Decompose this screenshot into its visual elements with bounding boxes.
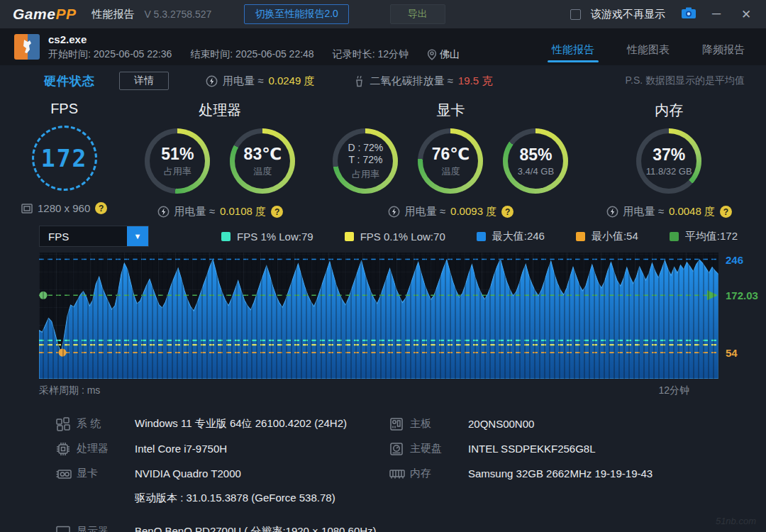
legend-item: 最大值:246 xyxy=(477,230,545,243)
power-icon xyxy=(388,206,400,218)
logo-text-game: Game xyxy=(13,6,55,22)
cpu-usage-ring: 51%占用率 xyxy=(145,128,210,194)
fps-dial: 172 xyxy=(32,126,97,191)
co2-icon xyxy=(354,74,365,87)
co2-emission: 二氧化碳排放量 ≈ 19.5 克 xyxy=(354,74,492,88)
co2-label: 二氧化碳排放量 ≈ xyxy=(370,74,453,88)
resolution-icon xyxy=(21,204,33,214)
tab-performance-report[interactable]: 性能报告 xyxy=(552,43,594,65)
duration-label: 12分钟 xyxy=(658,384,738,397)
hardware-status-title: 硬件状态 xyxy=(44,73,95,89)
cpu-row: 处理器 Intel Core i7-9750H xyxy=(55,436,389,461)
driver-row: 驱动版本 : 31.0.15.3878 (GeForce 538.78) xyxy=(55,486,389,511)
titlebar: GamePP 性能报告 V 5.3.2758.527 切换至性能报告2.0 导出… xyxy=(0,0,766,28)
logo-text-pp: PP xyxy=(55,6,76,22)
close-icon[interactable]: ✕ xyxy=(736,7,756,22)
hide-game-label: 该游戏不再显示 xyxy=(591,8,665,21)
location: 佛山 xyxy=(427,48,460,61)
cpu-help-icon[interactable]: ? xyxy=(271,206,283,218)
titlebar-right: 该游戏不再显示 ─ ✕ xyxy=(570,6,756,22)
fps-chart-wrap: 246172.0354 xyxy=(39,253,718,379)
co2-value: 19.5 克 xyxy=(458,74,492,88)
cpu-title: 处理器 xyxy=(199,101,241,120)
fps-value: 172 xyxy=(41,145,88,172)
chart-ref-label: 54 xyxy=(726,347,738,359)
hide-game-checkbox[interactable] xyxy=(570,9,581,20)
gpu-gauge-section: 显卡 D : 72%T : 72%占用率 76℃温度 85%3.4/4 GB 用… xyxy=(333,101,568,218)
total-power-usage: 用电量 ≈ 0.0249 度 xyxy=(206,74,314,88)
gpu-title: 显卡 xyxy=(436,101,465,120)
gpu-help-icon[interactable]: ? xyxy=(501,206,514,218)
metric-select[interactable]: FPS ▼ xyxy=(39,226,149,247)
power-icon xyxy=(206,75,218,87)
legend-swatch xyxy=(576,232,585,241)
memory-title: 内存 xyxy=(655,101,683,120)
hardware-status-bar: 硬件状态 详情 用电量 ≈ 0.0249 度 二氧化碳排放量 ≈ 19.5 克 … xyxy=(0,65,766,96)
legend-item: 平均值:172 xyxy=(670,230,738,243)
report-tabs: 性能报告 性能图表 降频报告 xyxy=(552,43,745,65)
minimize-icon[interactable]: ─ xyxy=(706,7,726,21)
legend-item: FPS 1% Low:79 xyxy=(221,230,313,243)
end-time: 结束时间: 2025-06-05 22:48 xyxy=(190,48,313,61)
monitor-row: 显示器 BenQ BenQ PD2700U ( 分辨率:1920 × 1080 … xyxy=(55,519,389,532)
tab-throttle-report[interactable]: 降频报告 xyxy=(702,43,745,65)
chart-legend: FPS 1% Low:79FPS 0.1% Low:70最大值:246最小值:5… xyxy=(221,230,738,243)
gpu-power: 用电量 ≈ 0.0093 度 ? xyxy=(388,205,514,218)
system-row: 系 统 Windows 11 专业版 64位 26100.4202 (24H2) xyxy=(55,411,389,436)
version-label: V 5.3.2758.527 xyxy=(144,9,211,20)
fps-title: FPS xyxy=(50,101,78,117)
screenshot-camera-icon[interactable] xyxy=(681,6,696,22)
fps-resolution: 1280 x 960 ? xyxy=(21,202,107,214)
cpu-icon xyxy=(55,441,71,457)
gauges-row: FPS 172 1280 x 960 ? 处理器 51%占用率 83℃温度 xyxy=(0,96,766,218)
chart-footer: 采样周期 : ms 12分钟 xyxy=(39,384,738,397)
memory-gauge-section: 内存 37%11.8/32 GB 用电量 ≈ 0.0048 度 ? xyxy=(606,101,732,218)
start-time: 开始时间: 2025-06-05 22:36 xyxy=(48,48,172,61)
fps-help-icon[interactable]: ? xyxy=(95,202,107,214)
cs2-game-icon xyxy=(14,34,40,60)
gamepp-logo: GamePP xyxy=(13,6,76,23)
system-icon xyxy=(55,416,71,432)
gpu-vram-ring: 85%3.4/4 GB xyxy=(503,128,568,194)
export-button[interactable]: 导出 xyxy=(390,4,445,24)
power-label: 用电量 ≈ xyxy=(223,74,263,88)
system-info: 系 统 Windows 11 专业版 64位 26100.4202 (24H2)… xyxy=(0,397,766,532)
monitor-icon xyxy=(55,525,71,532)
ps-note: P.S. 数据图显示的是平均值 xyxy=(625,74,745,87)
memory-row: 内存 Samsung 32GB 2662MHz 19-19-19-43 xyxy=(389,461,653,486)
location-label: 佛山 xyxy=(440,48,460,61)
location-pin-icon xyxy=(427,49,437,60)
legend-swatch xyxy=(670,232,679,241)
chevron-down-icon[interactable]: ▼ xyxy=(127,226,148,246)
cpu-power: 用电量 ≈ 0.0108 度 ? xyxy=(157,205,283,218)
memory-icon xyxy=(389,467,406,480)
power-icon xyxy=(606,206,618,218)
legend-swatch xyxy=(477,232,486,241)
disk-icon xyxy=(389,441,404,457)
switch-report-2-button[interactable]: 切换至性能报告2.0 xyxy=(244,4,348,24)
tab-performance-chart[interactable]: 性能图表 xyxy=(627,43,670,65)
resolution-value: 1280 x 960 xyxy=(38,202,90,214)
gpu-icon xyxy=(55,467,72,481)
chart-controls: FPS ▼ FPS 1% Low:79FPS 0.1% Low:70最大值:24… xyxy=(39,226,738,247)
chart-ref-label: 172.03 xyxy=(726,289,758,301)
gpu-usage-ring: D : 72%T : 72%占用率 xyxy=(333,128,398,194)
legend-item: FPS 0.1% Low:70 xyxy=(345,230,445,243)
gpu-row: 显卡 NVIDIA Quadro T2000 xyxy=(55,461,389,486)
legend-item: 最小值:54 xyxy=(576,230,638,243)
window-title: 性能报告 xyxy=(91,8,134,21)
metric-select-value: FPS xyxy=(40,226,127,246)
sample-period-label: 采样周期 : ms xyxy=(39,384,100,397)
game-meta: cs2.exe 开始时间: 2025-06-05 22:36 结束时间: 202… xyxy=(48,33,460,61)
motherboard-icon xyxy=(389,416,404,432)
memory-usage-ring: 37%11.8/32 GB xyxy=(636,128,701,194)
game-times: 开始时间: 2025-06-05 22:36 结束时间: 2025-06-05 … xyxy=(48,48,460,61)
detail-button[interactable]: 详情 xyxy=(119,72,169,90)
motherboard-row: 主板 20QNS00N00 xyxy=(389,411,653,436)
chart-ref-label: 246 xyxy=(726,254,743,266)
memory-help-icon[interactable]: ? xyxy=(720,206,732,218)
game-header: cs2.exe 开始时间: 2025-06-05 22:36 结束时间: 202… xyxy=(0,28,766,65)
power-icon xyxy=(157,206,170,218)
gpu-temp-ring: 76℃温度 xyxy=(418,128,483,194)
record-duration: 记录时长: 12分钟 xyxy=(333,48,409,61)
